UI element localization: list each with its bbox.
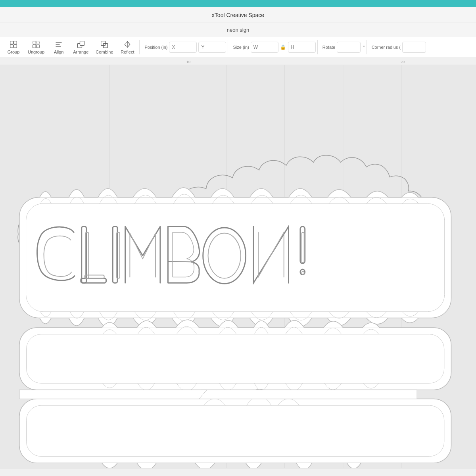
toolbar-divider-4 <box>367 40 367 54</box>
combine-icon <box>100 40 109 49</box>
size-group: Size (in) 🔒 <box>233 42 315 53</box>
degree-symbol: ° <box>363 45 365 50</box>
ungroup-icon <box>32 40 40 49</box>
tool-group-left: Group Ungroup Align <box>3 38 138 56</box>
reflect-icon <box>123 40 132 49</box>
toolbar-divider-3 <box>317 40 318 54</box>
align-label: Align <box>54 50 63 54</box>
rotate-label: Rotate <box>322 45 335 50</box>
app-title-bar: xTool Creative Space <box>0 7 476 23</box>
bottom-bar <box>0 468 476 476</box>
ungroup-label: Ungroup <box>28 50 44 54</box>
position-label: Position (in) <box>144 45 167 50</box>
top-bar <box>0 0 476 7</box>
design-canvas[interactable] <box>0 65 476 468</box>
svg-rect-5 <box>36 41 40 44</box>
toolbar-divider-1 <box>139 40 140 54</box>
corner-radius-input[interactable] <box>402 42 426 53</box>
position-x-input[interactable] <box>169 42 197 53</box>
size-h-input[interactable] <box>288 42 316 53</box>
canvas-area: 10 20 <box>0 57 476 476</box>
corner-radius-label: Corner radius ( <box>372 45 401 50</box>
svg-rect-7 <box>36 44 40 48</box>
corner-radius-group: Corner radius ( <box>372 42 426 53</box>
doc-title: neon sign <box>227 27 249 33</box>
ruler-mark-20: 20 <box>401 60 405 64</box>
svg-rect-1 <box>14 41 17 44</box>
svg-rect-22 <box>19 197 451 318</box>
size-label: Size (in) <box>233 45 249 50</box>
ungroup-button[interactable]: Ungroup <box>25 38 48 56</box>
position-group: Position (in) <box>144 42 226 53</box>
toolbar: Group Ungroup Align <box>0 37 476 57</box>
app-title: xTool Creative Space <box>212 12 264 18</box>
arrange-icon <box>77 40 85 49</box>
ruler-horizontal: 10 20 <box>0 57 476 65</box>
reflect-label: Reflect <box>121 50 134 54</box>
size-w-input[interactable] <box>251 42 278 53</box>
svg-rect-12 <box>80 41 84 45</box>
svg-rect-2 <box>10 44 13 48</box>
svg-rect-4 <box>33 41 36 44</box>
rotate-group: Rotate ° <box>322 42 365 53</box>
arrange-label: Arrange <box>73 50 88 54</box>
align-button[interactable]: Align <box>48 38 69 56</box>
lock-icon[interactable]: 🔒 <box>280 44 286 50</box>
toolbar-divider-2 <box>228 40 228 54</box>
group-button[interactable]: Group <box>3 38 24 56</box>
arrange-button[interactable]: Arrange <box>70 38 92 56</box>
doc-title-bar: neon sign <box>0 23 476 37</box>
group-icon <box>9 40 18 49</box>
combine-label: Combine <box>96 50 113 54</box>
combine-button[interactable]: Combine <box>92 38 116 56</box>
svg-rect-0 <box>10 41 13 44</box>
svg-rect-3 <box>14 44 17 48</box>
rotate-input[interactable] <box>337 42 361 53</box>
group-label: Group <box>8 50 20 54</box>
reflect-button[interactable]: Reflect <box>117 38 138 56</box>
align-icon <box>54 40 63 49</box>
position-y-input[interactable] <box>198 42 226 53</box>
ruler-mark-10: 10 <box>186 60 190 64</box>
svg-rect-6 <box>33 44 36 48</box>
svg-rect-38 <box>19 399 451 463</box>
svg-rect-36 <box>19 328 451 390</box>
